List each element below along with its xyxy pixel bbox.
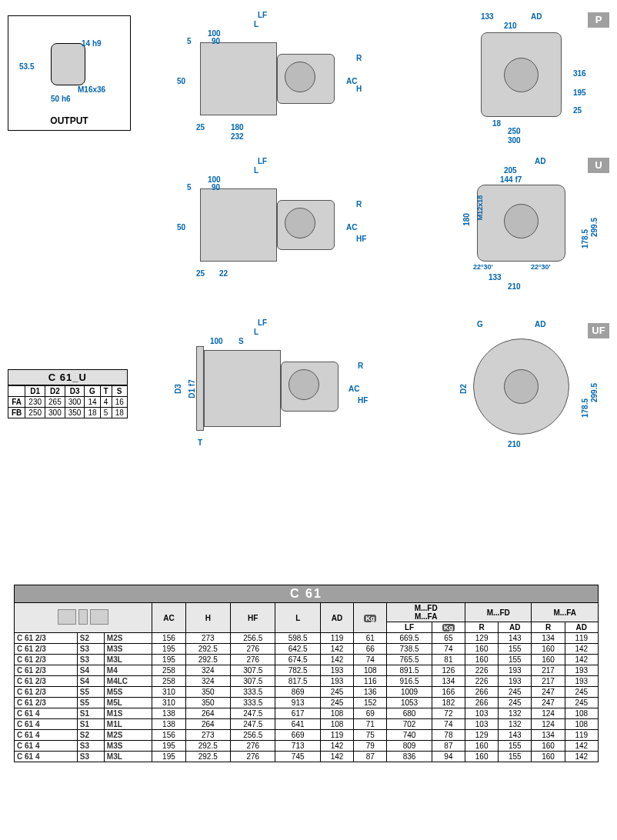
cell: 350: [185, 698, 230, 708]
cell: 87: [432, 741, 465, 752]
grp-fd: M...FD: [465, 603, 532, 622]
cell: 307.5: [231, 665, 275, 676]
cell: 256.5: [231, 633, 275, 644]
cell: 292.5: [185, 644, 230, 655]
cell: 333.5: [231, 687, 275, 698]
table-row: FA23026530014416: [8, 397, 128, 408]
grp-fd-fa: M...FD M...FA: [387, 603, 465, 622]
cell: 276: [231, 644, 275, 655]
cell: 103: [465, 708, 499, 719]
cell-model: C 61 2/3: [15, 676, 78, 687]
table-row: C 61 2/3S4M4LC258324307.5817.5193116916.…: [15, 676, 599, 687]
dim-uff-1785: 178.5: [581, 398, 589, 418]
grp-fa: M...FA: [532, 603, 599, 622]
dim-uf-AC: AC: [349, 385, 359, 393]
dim-p-90: 90: [212, 37, 220, 45]
cell: 193: [499, 676, 532, 687]
dim-uf-R: R: [358, 362, 363, 370]
cell: 5: [100, 408, 112, 418]
cell: 129: [465, 730, 499, 741]
cell: 765.5: [387, 655, 432, 665]
cell: 891.5: [387, 665, 432, 676]
cell: 350: [185, 687, 230, 698]
cell: 245: [499, 687, 532, 698]
cell: 245: [565, 687, 598, 698]
cell: 230: [25, 397, 45, 408]
cell: 264: [185, 708, 230, 719]
dim-u-90: 90: [212, 183, 220, 192]
table-row: C 61 4S1M1S138264247.5617108696807210313…: [15, 708, 599, 719]
cell: 266: [465, 698, 499, 708]
table-row: C 61 4S3M3L195292.5276745142878369416015…: [15, 752, 599, 762]
output-dim-14h9: 14 h9: [82, 39, 102, 48]
cell-s: S4: [77, 676, 104, 687]
dim-p-R: R: [356, 54, 362, 62]
cell: 136: [354, 687, 387, 698]
cell: 809: [387, 741, 432, 752]
cell: 142: [320, 752, 353, 762]
cell-s: S2: [77, 633, 104, 644]
table-row: C 61 2/3S5M5S310350333.58692451361009166…: [15, 687, 599, 698]
dim-u-AC: AC: [346, 223, 357, 232]
dim-uf-S: S: [238, 337, 244, 345]
cell: 195: [152, 655, 185, 665]
cell: 324: [185, 665, 230, 676]
cell-model: C 61 2/3: [15, 655, 78, 665]
col-R1: R: [465, 622, 499, 633]
cell: 740: [387, 730, 432, 741]
table-row: C 61 2/3S3M3S195292.5276642.514266738.57…: [15, 644, 599, 655]
drawing-uf-side: LF L 100 S D3 D1 f7 T AC HF R: [173, 323, 365, 454]
dim-uf2-m12: M12x18: [476, 195, 484, 221]
cell: 1009: [387, 687, 432, 698]
cell: 350: [65, 408, 85, 418]
dim-pf-133: 133: [481, 12, 494, 21]
cell: 119: [565, 633, 598, 644]
cell: 226: [465, 665, 499, 676]
cell: 247.5: [231, 708, 275, 719]
dim-pf-18: 18: [492, 119, 501, 128]
cell: 119: [320, 633, 353, 644]
table-c61u-title: C 61_U: [8, 369, 128, 385]
dim-uf2-133: 133: [489, 273, 502, 282]
cell: 195: [152, 644, 185, 655]
cell: 217: [532, 676, 565, 687]
cell: 78: [432, 730, 465, 741]
table-row: C 61 4S3M3S195292.5276713142798098716015…: [15, 741, 599, 752]
dim-p-LF: LF: [258, 11, 267, 19]
cell: 74: [432, 719, 465, 730]
cell: 155: [499, 655, 532, 665]
output-dim-m16: M16x36: [78, 85, 105, 94]
small-hdr-D1: D1: [25, 386, 45, 397]
dim-uff-D2: D2: [459, 384, 468, 394]
col-Kg2: Kg: [432, 622, 465, 633]
drawing-u-side: LF L 100 5 90 50 25 22 AC HF R: [173, 162, 365, 285]
cell: 142: [565, 655, 598, 665]
col-AD: AD: [320, 603, 353, 633]
cell: 258: [152, 676, 185, 687]
table-row: C 61 4S1M1L138264247.5641108717027410313…: [15, 719, 599, 730]
cell: 738.5: [387, 644, 432, 655]
cell: 143: [499, 633, 532, 644]
cell-model: C 61 2/3: [15, 698, 78, 708]
cell-m: M4LC: [104, 676, 152, 687]
cell: 642.5: [275, 644, 320, 655]
cell: 226: [465, 676, 499, 687]
cell: 195: [152, 752, 185, 762]
cell: 247.5: [231, 719, 275, 730]
dim-u-25: 25: [196, 269, 205, 278]
dim-uf-L: L: [254, 328, 258, 336]
cell: 156: [152, 730, 185, 741]
cell: 155: [499, 741, 532, 752]
cell: 702: [387, 719, 432, 730]
drawing-p-front: 133 AD 210 18 25 195 316 250 300: [462, 15, 592, 138]
dim-p-180: 180: [231, 123, 244, 132]
table-row: C 61 4S2M2S156273256.5669119757407812914…: [15, 730, 599, 741]
dim-u-22: 22: [219, 269, 228, 278]
output-dim-50h6: 50 h6: [51, 95, 71, 103]
dim-uf-D1: D1 f7: [188, 379, 196, 398]
dim-uf-HF: HF: [358, 396, 368, 405]
dim-pf-25: 25: [573, 106, 582, 115]
cell-m: M3L: [104, 655, 152, 665]
motor-icon: [90, 609, 108, 625]
cell: 307.5: [231, 676, 275, 687]
